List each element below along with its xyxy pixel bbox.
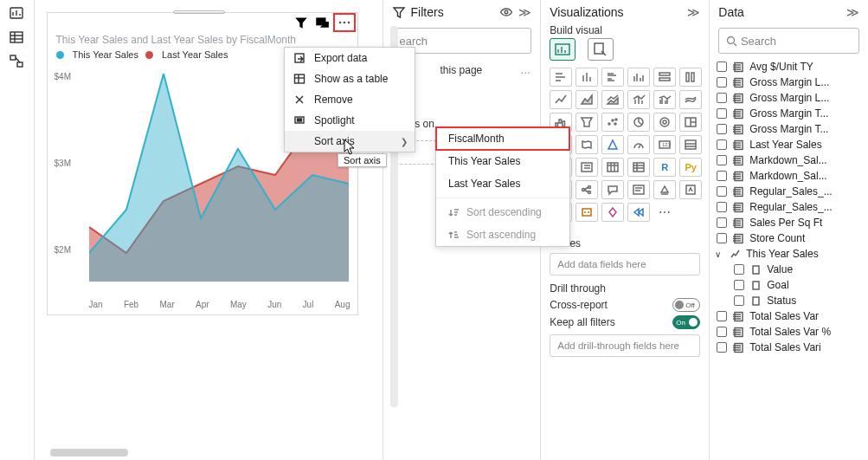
stacked-bar-icon[interactable]	[550, 68, 572, 87]
keep-filters-toggle[interactable]: On	[672, 315, 700, 329]
more-options-button[interactable]	[335, 15, 354, 30]
funnel-icon[interactable]	[575, 113, 598, 132]
field-row[interactable]: Total Sales Var %	[713, 324, 865, 340]
powerapps-icon[interactable]	[679, 180, 702, 199]
clustered-bar-icon[interactable]	[601, 68, 624, 87]
ribbon-chart-icon[interactable]	[679, 90, 702, 109]
python-visual-icon[interactable]: Py	[679, 158, 702, 177]
scatter-icon[interactable]	[601, 113, 624, 132]
more-icon[interactable]: …	[520, 64, 531, 76]
qa-visual-icon[interactable]	[601, 180, 624, 199]
field-row[interactable]: Gross Margin L...	[713, 75, 865, 90]
sort-descending[interactable]: Sort descending	[436, 201, 569, 224]
field-checkbox[interactable]	[717, 124, 727, 134]
field-row[interactable]: Last Year Sales	[713, 137, 865, 152]
field-checkbox[interactable]	[717, 77, 727, 87]
r-visual-icon[interactable]: R	[653, 158, 676, 177]
stacked-area-icon[interactable]	[601, 90, 624, 109]
field-checkbox[interactable]	[734, 264, 744, 275]
collapse-pane-icon[interactable]: ≫	[846, 5, 859, 19]
legend-label-last-year[interactable]: Last Year Sales	[162, 49, 228, 60]
collapse-pane-icon[interactable]: ≫	[687, 5, 700, 19]
menu-spotlight[interactable]: Spotlight	[285, 110, 415, 131]
field-checkbox[interactable]	[717, 155, 727, 165]
field-row[interactable]: Markdown_Sal...	[713, 152, 865, 168]
line-clustered-column-icon[interactable]	[653, 90, 676, 109]
field-row[interactable]: Value	[713, 262, 865, 277]
field-checkbox[interactable]	[734, 295, 744, 306]
slicer-icon[interactable]	[575, 158, 598, 177]
legend-label-this-year[interactable]: This Year Sales	[73, 49, 138, 60]
treemap-icon[interactable]	[679, 113, 702, 132]
report-view-icon[interactable]	[9, 5, 24, 21]
azure-map-icon[interactable]	[601, 135, 624, 154]
field-checkbox[interactable]	[717, 311, 727, 321]
focus-mode-icon[interactable]	[314, 15, 330, 30]
table-visual-icon[interactable]	[601, 158, 624, 177]
canvas-scrollbar-horizontal[interactable]	[50, 449, 128, 457]
hundred-stacked-bar-icon[interactable]	[653, 68, 676, 87]
table-view-icon[interactable]	[9, 29, 24, 45]
menu-export-data[interactable]: Export data	[285, 48, 415, 68]
donut-icon[interactable]	[653, 113, 676, 132]
gauge-icon[interactable]	[627, 135, 650, 154]
field-checkbox[interactable]	[717, 217, 727, 228]
field-checkbox[interactable]	[717, 202, 727, 212]
field-hierarchy[interactable]: ∨This Year Sales	[713, 246, 865, 262]
values-field-well[interactable]: Add data fields here	[550, 253, 700, 275]
field-row[interactable]: Markdown_Sal...	[713, 168, 865, 184]
field-checkbox[interactable]	[717, 186, 727, 197]
data-search-input[interactable]: Search	[718, 28, 859, 54]
field-row[interactable]: Sales Per Sq Ft	[713, 215, 865, 230]
field-row[interactable]: Goal	[713, 277, 865, 293]
menu-sort-axis[interactable]: Sort axis❯	[285, 131, 415, 152]
field-row[interactable]: Gross Margin L...	[713, 90, 865, 106]
matrix-icon[interactable]	[627, 158, 650, 177]
clustered-column-icon[interactable]	[627, 68, 650, 87]
model-view-icon[interactable]	[9, 54, 24, 69]
pie-icon[interactable]	[627, 113, 650, 132]
field-row[interactable]: Regular_Sales_...	[713, 184, 865, 199]
field-row[interactable]: Gross Margin T...	[713, 106, 865, 121]
field-row[interactable]: Regular_Sales_...	[713, 199, 865, 215]
hundred-stacked-column-icon[interactable]	[679, 68, 702, 87]
expand-icon[interactable]: ∨	[715, 249, 723, 259]
field-checkbox[interactable]	[717, 171, 727, 181]
collapse-pane-icon[interactable]: ≫	[518, 5, 531, 19]
line-chart-icon[interactable]	[550, 90, 572, 109]
field-row[interactable]: Gross Margin T...	[713, 121, 865, 137]
line-stacked-column-icon[interactable]	[627, 90, 650, 109]
filled-map-icon[interactable]	[575, 135, 598, 154]
menu-show-as-table[interactable]: Show as a table	[285, 68, 415, 89]
drag-handle-icon[interactable]	[160, 10, 238, 16]
ai-visual-icon[interactable]	[575, 203, 598, 222]
field-row[interactable]: Status	[713, 293, 865, 308]
custom-visual-1-icon[interactable]	[601, 203, 624, 222]
field-checkbox[interactable]	[717, 233, 727, 243]
field-checkbox[interactable]	[717, 342, 727, 353]
field-checkbox[interactable]	[717, 62, 727, 72]
field-row[interactable]: Total Sales Var	[713, 308, 865, 324]
field-row[interactable]: Total Sales Vari	[713, 340, 865, 355]
field-checkbox[interactable]	[717, 108, 727, 119]
paginated-report-icon[interactable]	[653, 180, 676, 199]
card-icon[interactable]: 123	[653, 135, 676, 154]
menu-remove[interactable]: Remove	[285, 89, 415, 110]
multi-row-card-icon[interactable]	[679, 135, 702, 154]
field-checkbox[interactable]	[717, 327, 727, 337]
filter-icon[interactable]	[293, 15, 309, 30]
sort-by-fiscalmonth[interactable]: FiscalMonth	[436, 127, 569, 150]
field-checkbox[interactable]	[717, 139, 727, 150]
sort-by-last-year-sales[interactable]: Last Year Sales	[436, 172, 569, 195]
sort-by-this-year-sales[interactable]: This Year Sales	[436, 150, 569, 172]
format-visual-tab[interactable]	[588, 38, 614, 61]
field-checkbox[interactable]	[717, 93, 727, 103]
custom-visual-2-icon[interactable]	[627, 203, 650, 222]
field-checkbox[interactable]	[734, 280, 744, 290]
stacked-column-icon[interactable]	[575, 68, 598, 87]
decomposition-tree-icon[interactable]	[575, 180, 598, 199]
drill-through-well[interactable]: Add drill-through fields here	[550, 334, 700, 357]
field-row[interactable]: Store Count	[713, 230, 865, 246]
field-row[interactable]: Avg $/Unit TY	[713, 59, 865, 75]
area-chart-icon[interactable]	[575, 90, 598, 109]
